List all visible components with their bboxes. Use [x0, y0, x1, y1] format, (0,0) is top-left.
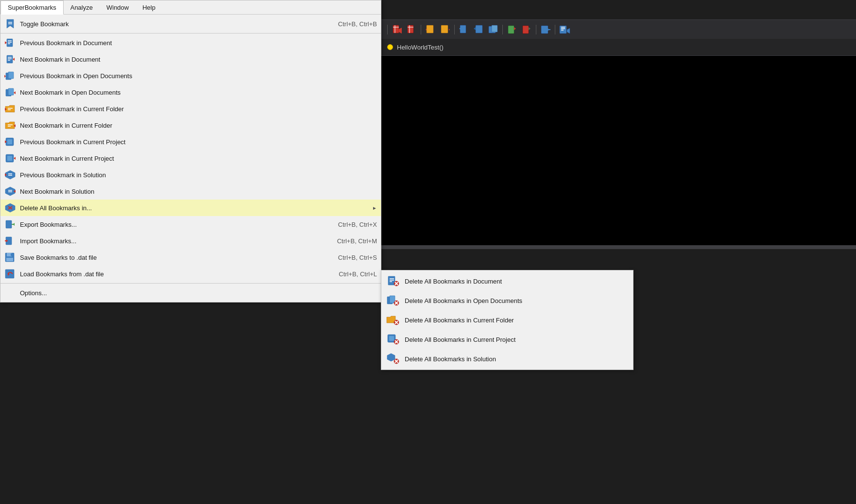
- toolbar-icons: [383, 23, 574, 36]
- toolbar-sep-5: [536, 25, 536, 34]
- prev-folder-icon: [2, 103, 18, 115]
- import-icon: [2, 235, 18, 247]
- svg-rect-81: [5, 269, 14, 278]
- submenu-item-delete-open[interactable]: Delete All Bookmarks in Open Documents: [381, 291, 633, 310]
- svg-marker-33: [5, 41, 7, 44]
- svg-marker-44: [4, 75, 6, 78]
- menu-header-window[interactable]: Window: [100, 1, 136, 14]
- separator-1: [0, 33, 381, 34]
- svg-marker-18: [514, 27, 516, 30]
- menu-item-next-folder[interactable]: Next Bookmark in Current Folder: [0, 117, 381, 134]
- svg-marker-2: [399, 28, 402, 34]
- toolbar-icon-7[interactable]: [486, 23, 500, 36]
- toolbar-icon-11[interactable]: [558, 23, 571, 36]
- menu-item-next-solution[interactable]: Next Bookmark in Solution: [0, 183, 381, 200]
- svg-rect-32: [7, 39, 13, 47]
- prev-project-icon: [2, 136, 18, 148]
- svg-rect-58: [7, 156, 12, 161]
- toolbar-icon-3[interactable]: [424, 23, 437, 36]
- menu-item-prev-solution[interactable]: Previous Bookmark in Solution: [0, 167, 381, 183]
- svg-rect-16: [492, 25, 497, 32]
- toggle-bookmark-icon: [2, 18, 18, 30]
- import-shortcut: Ctrl+B, Ctrl+M: [337, 237, 377, 245]
- svg-rect-43: [8, 72, 14, 79]
- editor-indicator: [387, 44, 393, 50]
- toolbar-icon-9[interactable]: [520, 23, 533, 36]
- svg-marker-8: [426, 29, 427, 31]
- menu-item-prev-doc[interactable]: Previous Bookmark in Document: [0, 34, 381, 51]
- editor-function-name: HelloWorldTest(): [397, 44, 444, 51]
- next-project-label: Next Bookmark in Current Project: [20, 155, 377, 162]
- svg-rect-21: [541, 26, 548, 34]
- main-menu: SuperBookmarks Analyze Window Help Toggl…: [0, 0, 381, 302]
- editor-divider: [381, 245, 856, 249]
- prev-open-icon: [2, 70, 18, 82]
- svg-rect-9: [441, 25, 448, 33]
- svg-rect-7: [427, 25, 433, 33]
- svg-marker-10: [449, 29, 450, 31]
- menu-item-prev-open[interactable]: Previous Bookmark in Open Documents: [0, 67, 381, 84]
- svg-rect-99: [389, 336, 394, 341]
- next-doc-icon: [2, 53, 18, 65]
- load-shortcut: Ctrl+B, Ctrl+L: [339, 270, 377, 278]
- menu-item-next-project[interactable]: Next Bookmark in Current Project: [0, 150, 381, 167]
- svg-rect-80: [11, 253, 12, 256]
- menu-item-load[interactable]: Load Bookmarks from .dat file Ctrl+B, Ct…: [0, 266, 381, 282]
- svg-rect-46: [8, 88, 14, 95]
- toolbar-icon-1[interactable]: [390, 23, 404, 36]
- menu-header-analyze[interactable]: Analyze: [64, 1, 100, 14]
- load-label: Load Bookmarks from .dat file: [20, 270, 327, 278]
- submenu-item-delete-folder[interactable]: Delete All Bookmarks in Current Folder: [381, 310, 633, 330]
- toolbar-icon-4[interactable]: [438, 23, 452, 36]
- toolbar-sep-6: [555, 25, 555, 34]
- submenu-item-delete-solution[interactable]: Delete All Bookmarks in Solution: [381, 349, 633, 369]
- prev-solution-label: Previous Bookmark in Solution: [20, 171, 377, 179]
- delete-open-label: Delete All Bookmarks in Open Documents: [405, 297, 522, 304]
- next-open-label: Next Bookmark in Open Documents: [20, 89, 377, 96]
- options-icon: [2, 287, 18, 299]
- toolbar-icon-10[interactable]: [539, 23, 552, 36]
- toolbar-icon-2[interactable]: [405, 23, 418, 36]
- editor-header: HelloWorldTest(): [381, 39, 856, 56]
- next-doc-label: Next Bookmark in Document: [20, 56, 377, 63]
- delete-folder-label: Delete All Bookmarks in Current Folder: [405, 317, 514, 324]
- next-open-icon: [2, 86, 18, 98]
- menu-item-export[interactable]: Export Bookmarks... Ctrl+B, Ctrl+X: [0, 216, 381, 233]
- prev-open-label: Previous Bookmark in Open Documents: [20, 72, 377, 80]
- toolbar-sep-1: [387, 25, 388, 34]
- prev-doc-icon: [2, 37, 18, 49]
- toolbar-icon-5[interactable]: [457, 23, 471, 36]
- delete-open-icon: [385, 294, 401, 307]
- menu-header-superbookmarks[interactable]: SuperBookmarks: [0, 0, 64, 15]
- submenu-item-delete-doc[interactable]: Delete All Bookmarks in Document: [381, 271, 633, 291]
- menu-item-prev-project[interactable]: Previous Bookmark in Current Project: [0, 134, 381, 150]
- toolbar-icon-6[interactable]: [472, 23, 485, 36]
- menu-item-prev-folder[interactable]: Previous Bookmark in Current Folder: [0, 101, 381, 117]
- menu-item-toggle-bookmark[interactable]: Toggle Bookmark Ctrl+B, Ctrl+B: [0, 16, 381, 32]
- delete-solution-icon: [385, 352, 401, 366]
- menu-header-help[interactable]: Help: [136, 1, 162, 14]
- toolbar-icon-8[interactable]: [505, 23, 519, 36]
- menu-item-delete-all[interactable]: Delete All Bookmarks in... ►: [0, 200, 381, 216]
- svg-marker-20: [529, 27, 531, 30]
- svg-rect-19: [523, 26, 529, 34]
- delete-all-arrow: ►: [372, 205, 377, 211]
- menu-item-import[interactable]: Import Bookmarks... Ctrl+B, Ctrl+M: [0, 233, 381, 249]
- menu-item-next-open[interactable]: Next Bookmark in Open Documents: [0, 84, 381, 101]
- svg-marker-59: [14, 157, 16, 160]
- menu-header: SuperBookmarks Analyze Window Help: [0, 0, 381, 15]
- next-solution-label: Next Bookmark in Solution: [20, 188, 377, 195]
- menu-item-options[interactable]: Options...: [0, 285, 381, 301]
- submenu: Delete All Bookmarks in Document Delete …: [381, 270, 633, 370]
- delete-doc-label: Delete All Bookmarks in Document: [405, 278, 502, 285]
- prev-project-label: Previous Bookmark in Current Project: [20, 138, 377, 146]
- menu-item-save[interactable]: Save Bookmarks to .dat file Ctrl+B, Ctrl…: [0, 249, 381, 266]
- export-label: Export Bookmarks...: [20, 221, 326, 228]
- svg-rect-17: [508, 26, 514, 34]
- menu-item-next-doc[interactable]: Next Bookmark in Document: [0, 51, 381, 67]
- options-label: Options...: [20, 289, 377, 297]
- svg-marker-103: [387, 353, 395, 361]
- delete-project-icon: [385, 333, 401, 346]
- svg-marker-38: [13, 58, 15, 61]
- submenu-item-delete-project[interactable]: Delete All Bookmarks in Current Project: [381, 330, 633, 349]
